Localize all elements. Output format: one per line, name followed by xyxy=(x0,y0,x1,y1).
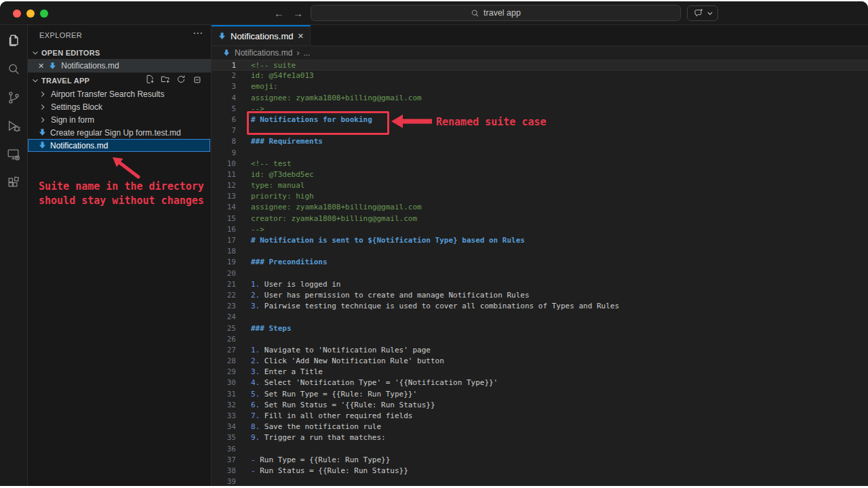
close-tab-icon[interactable]: ✕ xyxy=(298,32,304,41)
line-number: 28 xyxy=(212,356,236,367)
code-line[interactable]: 348. Save the notification rule xyxy=(212,422,868,432)
line-number: 35 xyxy=(212,432,236,443)
more-actions-icon[interactable]: ⋯ xyxy=(193,27,203,39)
code-line[interactable]: 10<!-- test xyxy=(212,159,868,169)
code-line[interactable]: 359. Trigger a run that matches: xyxy=(212,432,868,443)
remote-explorer-icon[interactable] xyxy=(0,142,27,167)
code-line[interactable]: 36 xyxy=(212,444,868,455)
code-line[interactable]: 211. User is logged in xyxy=(212,279,868,290)
breadcrumb-file[interactable]: Notifications.md xyxy=(235,48,292,58)
line-number: 10 xyxy=(212,159,236,169)
line-number: 18 xyxy=(212,246,236,257)
code-line[interactable]: 20 xyxy=(212,268,868,279)
new-folder-icon[interactable] xyxy=(161,75,170,84)
code-line[interactable]: 19### Preconditions xyxy=(212,257,868,268)
line-number: 14 xyxy=(212,202,236,213)
open-editor-item[interactable]: ✕ Notifications.md xyxy=(28,59,211,73)
code-line[interactable]: 271. Navigate to 'Notification Rules' pa… xyxy=(212,345,868,356)
code-line[interactable]: 24 xyxy=(212,312,868,323)
line-number: 24 xyxy=(212,312,236,323)
line-content: 1. User is logged in xyxy=(236,279,340,290)
chevron-right-icon xyxy=(38,115,47,125)
extensions-icon[interactable] xyxy=(0,170,27,196)
chevron-down-icon xyxy=(31,76,40,85)
code-line[interactable]: 12type: manual xyxy=(212,180,868,191)
line-number: 20 xyxy=(212,268,236,279)
open-editors-label: OPEN EDITORS xyxy=(41,49,100,57)
line-number: 30 xyxy=(212,378,236,388)
line-content: 1. Navigate to 'Notification Rules' page xyxy=(236,345,431,356)
copilot-menu-button[interactable] xyxy=(687,5,718,21)
refresh-icon[interactable] xyxy=(176,75,186,84)
code-line[interactable]: 222. User has permission to create and m… xyxy=(212,290,868,301)
code-line[interactable]: 282. Click 'Add New Notification Rule' b… xyxy=(212,356,868,367)
line-content xyxy=(236,268,251,279)
code-line[interactable]: 304. Select 'Notification Type' = '{{Not… xyxy=(212,378,868,388)
line-number: 2 xyxy=(212,70,236,81)
line-content: --> xyxy=(236,224,264,235)
code-line[interactable]: 11id: @T3debd5ec xyxy=(212,169,868,180)
code-line[interactable]: 16--> xyxy=(212,224,868,235)
minimize-window-button[interactable] xyxy=(26,9,35,18)
command-center-search[interactable]: travel app xyxy=(311,5,681,21)
code-line[interactable]: 4assignee: zyamka1808+billing@gmail.com xyxy=(212,93,868,104)
breadcrumb-separator: › xyxy=(296,48,299,58)
line-number: 9 xyxy=(212,148,236,159)
code-line[interactable]: 26 xyxy=(212,334,868,345)
search-view-icon[interactable] xyxy=(0,56,27,82)
code-line[interactable]: 15creator: zyamka1808+billing@gmail.com xyxy=(212,214,868,224)
code-line[interactable]: 233. Pairwise testing technique is used … xyxy=(212,301,868,312)
line-content: emoji: xyxy=(236,81,278,92)
close-editor-icon[interactable]: ✕ xyxy=(38,62,44,70)
line-content: 9. Trigger a run that matches: xyxy=(236,432,386,443)
file-tree-item[interactable]: Airport Transfer Search Results xyxy=(28,87,210,100)
line-number: 23 xyxy=(212,301,236,312)
code-line[interactable]: 8### Requirements xyxy=(212,136,868,147)
code-line[interactable]: 1<!-- suite xyxy=(212,60,868,70)
new-file-icon[interactable] xyxy=(145,75,155,84)
chevron-down-icon xyxy=(31,48,40,58)
file-tree-item[interactable]: Settings Block xyxy=(28,100,210,113)
navigate-forward-button[interactable]: → xyxy=(293,1,303,24)
code-line[interactable]: 326. Set Run Status = '{{Rule: Run Statu… xyxy=(212,400,868,411)
code-line[interactable]: 14assignee: zyamka1808+billing@gmail.com xyxy=(212,202,868,213)
code-line[interactable]: 293. Enter a Title xyxy=(212,367,868,378)
explorer-icon[interactable] xyxy=(0,28,27,54)
file-tree-item-label: Sign in form xyxy=(51,115,94,125)
code-line[interactable]: 3emoji: xyxy=(212,81,868,92)
file-tree-item[interactable]: Create regular Sign Up form.test.md xyxy=(28,126,210,139)
navigate-back-button[interactable]: ← xyxy=(274,1,284,24)
source-control-icon[interactable] xyxy=(0,85,27,110)
close-window-button[interactable] xyxy=(13,9,21,18)
editor-annotation-text: Renamed suite case xyxy=(436,116,547,128)
code-line[interactable]: 39 xyxy=(212,476,868,486)
line-content: 2. User has permission to create and man… xyxy=(236,290,530,301)
sidebar-title: EXPLORER xyxy=(39,31,82,39)
code-line[interactable]: 25### Steps xyxy=(212,323,868,334)
open-editors-section-header[interactable]: OPEN EDITORS xyxy=(31,48,100,58)
line-number: 8 xyxy=(212,136,236,147)
run-and-debug-icon[interactable] xyxy=(0,113,27,139)
workspace-section-header[interactable]: TRAVEL APP xyxy=(31,76,90,85)
markdown-file-icon xyxy=(222,49,231,57)
code-line[interactable]: 315. Set Run Type = {{Rule: Run Type}}' xyxy=(212,389,868,400)
code-line[interactable]: 38- Run Status = {{Rule: Run Status}} xyxy=(212,466,868,476)
tab-notifications-md[interactable]: Notifications.md ✕ xyxy=(212,25,311,45)
file-tree-item-label: Settings Block xyxy=(51,102,102,112)
breadcrumb[interactable]: Notifications.md › ... xyxy=(212,46,868,60)
line-content xyxy=(236,476,251,486)
code-line[interactable]: 337. Fill in all other required fields xyxy=(212,411,868,422)
code-line[interactable]: 9 xyxy=(212,148,868,159)
line-number: 5 xyxy=(212,104,236,115)
file-tree-item[interactable]: Notifications.md xyxy=(28,139,210,152)
code-line[interactable]: 17# Notification is sent to ${Notificati… xyxy=(212,235,868,246)
collapse-all-icon[interactable] xyxy=(192,75,201,84)
code-line[interactable]: 18 xyxy=(212,246,868,257)
zoom-window-button[interactable] xyxy=(40,9,48,18)
code-line[interactable]: 13priority: high xyxy=(212,191,868,202)
line-number: 37 xyxy=(212,455,236,466)
breadcrumb-more[interactable]: ... xyxy=(303,48,310,58)
code-line[interactable]: 37- Run Type = {{Rule: Run Type}} xyxy=(212,455,868,466)
code-line[interactable]: 2id: @S4fe1a013 xyxy=(212,70,868,81)
file-tree-item[interactable]: Sign in form xyxy=(28,113,210,126)
